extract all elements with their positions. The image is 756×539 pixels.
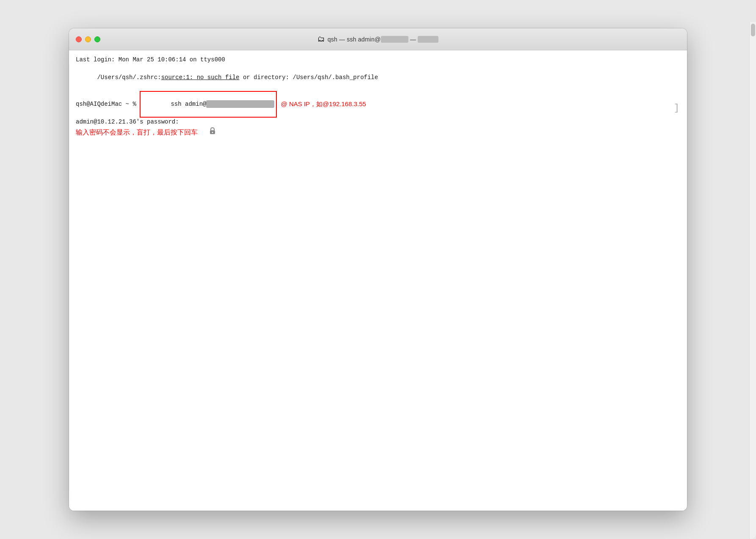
lock-icon xyxy=(181,118,188,126)
minimize-button[interactable] xyxy=(85,36,91,42)
terminal-line-3: qsh@AIQdeiMac ~ % ssh admin@ @ NAS IP，如@… xyxy=(76,91,680,118)
titlebar: 🗂 qsh — ssh admin@ — xyxy=(69,28,687,50)
line2-text: /Users/qsh/.zshrc:source:1: no such file… xyxy=(97,74,378,81)
close-button[interactable] xyxy=(76,36,82,42)
terminal-line-1: Last login: Mon Mar 25 10:06:14 on ttys0… xyxy=(76,55,680,64)
title-blurred2 xyxy=(418,36,439,43)
terminal-window: 🗂 qsh — ssh admin@ — Last login: Mon Mar… xyxy=(69,28,687,511)
nas-ip-annotation: @ NAS IP，如@192.168.3.55 xyxy=(281,99,366,109)
maximize-button[interactable] xyxy=(94,36,100,42)
folder-icon: 🗂 xyxy=(317,35,325,44)
terminal-content[interactable]: Last login: Mon Mar 25 10:06:14 on ttys0… xyxy=(69,50,687,511)
prompt: qsh@AIQdeiMac ~ % xyxy=(76,100,140,109)
password-annotation: 输入密码不会显示，盲打，最后按下回车 xyxy=(76,127,680,138)
ssh-command-box: ssh admin@ xyxy=(140,91,276,118)
password-prompt: admin@10.12.21.36's password: xyxy=(76,118,179,126)
terminal-line-4: admin@10.12.21.36's password: xyxy=(76,118,680,126)
titlebar-center: 🗂 qsh — ssh admin@ — xyxy=(317,35,439,44)
ssh-cmd: ssh admin@ xyxy=(171,101,206,107)
title-prefix: qsh — ssh admin@ xyxy=(328,36,381,43)
svg-point-1 xyxy=(212,132,213,133)
window-title: qsh — ssh admin@ — xyxy=(328,36,439,43)
ssh-ip-blurred xyxy=(206,100,274,108)
terminal-line-2: /Users/qsh/.zshrc:source:1: no such file… xyxy=(76,64,680,91)
title-separator: — xyxy=(408,36,418,43)
scrollbar-bracket: ] xyxy=(674,101,679,115)
title-blurred1 xyxy=(381,36,408,43)
traffic-lights xyxy=(76,36,100,42)
